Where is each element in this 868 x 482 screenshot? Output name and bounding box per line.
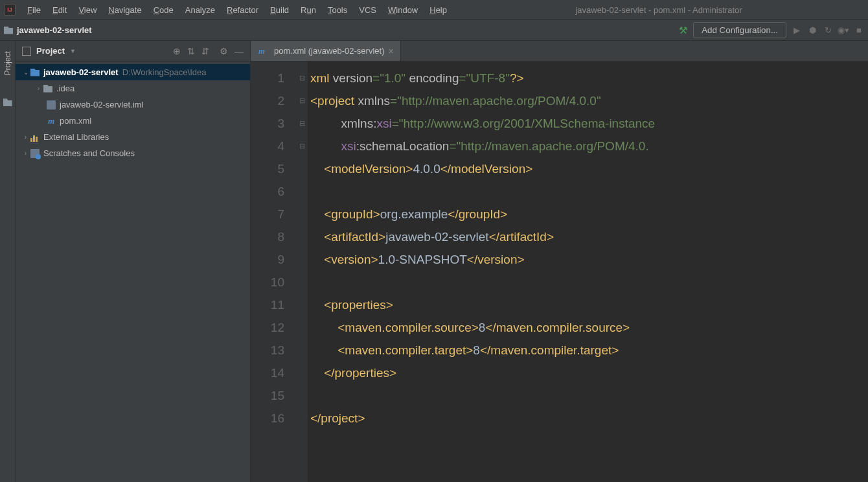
stop-icon[interactable]: ■ <box>854 25 864 36</box>
tab-pom-label: pom.xml (javaweb-02-servlet) <box>274 46 385 56</box>
sidebar-title[interactable]: Project <box>36 46 65 56</box>
menu-code[interactable]: Code <box>148 3 179 17</box>
menu-analyze[interactable]: Analyze <box>180 3 220 17</box>
project-sidebar: Project ▼ ⊕ ⇅ ⇵ ⚙ — ⌄ javaweb-02-servlet… <box>16 41 251 482</box>
tree-idea-folder[interactable]: › .idea <box>16 80 250 97</box>
editor-area: m pom.xml (javaweb-02-servlet) × 1234567… <box>251 41 868 482</box>
structure-tool-icon[interactable] <box>3 98 12 106</box>
chevron-down-icon[interactable]: ⌄ <box>21 69 30 76</box>
menu-view[interactable]: View <box>73 3 102 17</box>
tree-scratches[interactable]: › Scratches and Consoles <box>16 145 250 161</box>
settings-icon[interactable]: ⚙ <box>220 46 228 56</box>
menu-edit[interactable]: Edit <box>47 3 72 17</box>
tree-iml-label: javaweb-02-servlet.iml <box>60 100 143 109</box>
maven-icon: m <box>257 47 266 56</box>
breadcrumb-project[interactable]: javaweb-02-servlet <box>17 25 92 35</box>
menu-tools[interactable]: Tools <box>323 3 352 17</box>
tree-iml-file[interactable]: javaweb-02-servlet.iml <box>16 97 250 113</box>
build-icon[interactable]: ⚒ <box>678 25 688 36</box>
menu-file[interactable]: File <box>22 3 46 17</box>
menu-build[interactable]: Build <box>265 3 294 17</box>
left-tool-gutter: Project <box>0 41 16 482</box>
tree-scratch-label: Scratches and Consoles <box>43 148 135 158</box>
fold-gutter[interactable]: ⊟ ⊟ ⊟ ⊟ <box>296 62 308 482</box>
chevron-right-icon[interactable]: › <box>21 150 30 157</box>
dropdown-icon[interactable]: ▼ <box>70 48 76 54</box>
locate-icon[interactable]: ⊕ <box>173 46 181 56</box>
line-number-gutter: 12345678910111213141516 <box>251 62 296 482</box>
expand-all-icon[interactable]: ⇅ <box>187 46 195 56</box>
scratch-icon <box>30 149 40 158</box>
run-icon[interactable]: ▶ <box>792 25 802 36</box>
coverage-icon[interactable]: ↻ <box>823 25 833 36</box>
debug-icon[interactable]: ⬢ <box>807 25 817 36</box>
chevron-right-icon[interactable]: › <box>34 85 43 92</box>
profiler-icon[interactable]: ◉▾ <box>838 25 849 36</box>
tree-pom-file[interactable]: m pom.xml <box>16 113 250 129</box>
menu-navigate[interactable]: Navigate <box>103 3 146 17</box>
project-tool-label[interactable]: Project <box>3 47 12 79</box>
app-icon: IJ <box>4 4 16 16</box>
project-view-icon <box>22 47 31 56</box>
tree-external-libs[interactable]: › External Libraries <box>16 129 250 145</box>
tree-root[interactable]: ⌄ javaweb-02-servlet D:\WorkingSpace\Ide… <box>16 64 250 80</box>
module-folder-icon <box>30 69 40 76</box>
main-area: Project Project ▼ ⊕ ⇅ ⇵ ⚙ — ⌄ javaweb-02… <box>0 41 868 482</box>
library-icon <box>30 133 40 142</box>
menu-vcs[interactable]: VCS <box>354 3 382 17</box>
chevron-right-icon[interactable]: › <box>21 133 30 141</box>
maven-icon: m <box>47 117 56 126</box>
menu-help[interactable]: Help <box>424 3 452 17</box>
file-icon <box>47 100 56 109</box>
hide-icon[interactable]: — <box>234 46 244 56</box>
close-icon[interactable]: × <box>389 46 394 56</box>
menu-refactor[interactable]: Refactor <box>222 3 264 17</box>
menu-bar: IJ File Edit View Navigate Code Analyze … <box>0 0 868 19</box>
tree-root-path: D:\WorkingSpace\Idea <box>122 67 207 77</box>
folder-icon <box>4 27 13 34</box>
code-content[interactable]: xml version="1.0" encoding="UTF-8"?><pro… <box>308 62 868 482</box>
tree-ext-label: External Libraries <box>43 132 109 142</box>
tree-root-label: javaweb-02-servlet <box>43 67 119 77</box>
window-title: javaweb-02-servlet - pom.xml - Administr… <box>562 5 755 15</box>
folder-icon <box>43 85 52 93</box>
tree-idea-label: .idea <box>56 84 74 93</box>
sidebar-header: Project ▼ ⊕ ⇅ ⇵ ⚙ — <box>16 41 250 62</box>
menu-window[interactable]: Window <box>383 3 423 17</box>
tree-pom-label: pom.xml <box>60 116 91 126</box>
editor-tabs: m pom.xml (javaweb-02-servlet) × <box>251 41 868 62</box>
add-configuration-button[interactable]: Add Configuration... <box>693 22 786 38</box>
code-editor[interactable]: 12345678910111213141516 ⊟ ⊟ ⊟ ⊟ xml vers… <box>251 62 868 482</box>
project-tree: ⌄ javaweb-02-servlet D:\WorkingSpace\Ide… <box>16 62 250 482</box>
collapse-all-icon[interactable]: ⇵ <box>201 46 209 56</box>
menu-run[interactable]: Run <box>295 3 321 17</box>
tab-pom[interactable]: m pom.xml (javaweb-02-servlet) × <box>251 41 401 61</box>
navigation-bar: javaweb-02-servlet ⚒ Add Configuration..… <box>0 19 868 41</box>
